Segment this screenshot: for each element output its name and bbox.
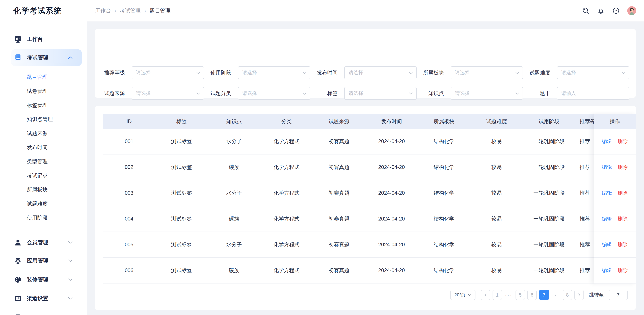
filter-select-r1-3[interactable]: 请选择	[344, 66, 416, 79]
app-root: 化学考试系统 工作台 › 考试管理 › 题目管理	[0, 0, 644, 315]
sidebar: 工作台 考试管理	[0, 21, 87, 315]
sidebar-subitem-5[interactable]: 试题来源	[0, 126, 87, 140]
delete-link-row-4[interactable]: 删除	[618, 216, 628, 222]
filter-select-r2-2[interactable]: 请选择	[238, 87, 310, 100]
cell-stage: 一轮巩固阶段	[523, 190, 575, 197]
filter-label: 试题来源	[104, 90, 125, 97]
filter-panel: 推荐等级请选择使用阶段请选择发布时间请选择所属板块请选择试题难度请选择 试题来源…	[95, 29, 636, 98]
action-divider	[615, 139, 615, 144]
filter-select-r1-2[interactable]: 请选择	[238, 66, 310, 79]
page-button-6[interactable]: 6	[527, 290, 537, 300]
sidebar-subitem-6[interactable]: 发布时间	[0, 140, 87, 154]
filter-select-r1-4[interactable]: 请选择	[451, 66, 523, 79]
cell-tag: 测试标签	[155, 164, 208, 171]
cell-difficulty: 较易	[470, 241, 523, 248]
breadcrumb-separator-icon: ›	[144, 8, 146, 13]
filter-select-r1-5[interactable]: 请选择	[557, 66, 629, 79]
filter-select-r2-1[interactable]: 请选择	[132, 87, 204, 100]
cell-source: 初赛真题	[313, 215, 365, 222]
data-table: ID标签知识点分类试题来源发布时间所属板块试题难度试用阶段推荐等级 001测试标…	[103, 114, 636, 284]
sidebar-subitem-3[interactable]: 标签管理	[0, 98, 87, 112]
user-avatar[interactable]	[627, 6, 636, 15]
filter-label: 试题难度	[529, 69, 550, 76]
filter-label: 知识点	[423, 90, 444, 97]
book-icon	[14, 54, 22, 61]
delete-link-row-6[interactable]: 删除	[618, 267, 628, 274]
sidebar-item-order-management[interactable]: 订单管理	[0, 311, 87, 315]
delete-link-row-2[interactable]: 删除	[618, 164, 628, 171]
filter-label: 推荐等级	[104, 69, 125, 76]
edit-link-row-3[interactable]: 编辑	[602, 190, 612, 197]
help-icon[interactable]: ?	[612, 7, 620, 14]
page-button-5[interactable]: 5	[516, 290, 525, 300]
edit-link-row-2[interactable]: 编辑	[602, 164, 612, 171]
sidebar-subitem-2[interactable]: 试卷管理	[0, 84, 87, 98]
placeholder-text: 请选择	[242, 69, 257, 76]
search-icon[interactable]	[582, 7, 590, 14]
next-page-button[interactable]	[574, 290, 584, 300]
page-button-1[interactable]: 1	[492, 290, 502, 300]
cell-category: 化学方程式	[260, 138, 313, 145]
sidebar-subitem-10[interactable]: 试题难度	[0, 197, 87, 211]
jump-to-input[interactable]: 7	[608, 290, 628, 300]
cell-id: 004	[103, 216, 155, 222]
sidebar-item-member-management[interactable]: 会员管理	[0, 236, 87, 249]
pagination-ellipsis: ···	[552, 292, 560, 298]
edit-link-row-4[interactable]: 编辑	[602, 216, 612, 222]
cell-knowledge: 碳族	[208, 267, 260, 274]
column-header-difficulty: 试题难度	[470, 118, 523, 125]
cell-source: 初赛真题	[313, 190, 365, 197]
sidebar-item-decoration-management[interactable]: 装修管理	[0, 273, 87, 286]
placeholder-text: 请选择	[242, 90, 257, 97]
page-buttons: 1···567···8	[481, 290, 584, 300]
chevron-down-icon	[622, 72, 626, 75]
sidebar-subitem-1[interactable]: 题目管理	[0, 70, 87, 84]
pagination-ellipsis: ···	[504, 292, 513, 298]
sidebar-subitem-7[interactable]: 类型管理	[0, 154, 87, 169]
palette-icon	[14, 276, 22, 284]
edit-link-row-6[interactable]: 编辑	[602, 267, 612, 274]
cell-publish: 2024-04-20	[365, 164, 418, 170]
filter-select-r1-1[interactable]: 请选择	[132, 66, 204, 79]
delete-link-row-3[interactable]: 删除	[618, 190, 628, 197]
page-size-value: 20/页	[454, 292, 466, 298]
page-button-8[interactable]: 8	[563, 290, 572, 300]
cell-category: 化学方程式	[260, 267, 313, 274]
previous-page-button[interactable]	[481, 290, 490, 300]
action-cell: 编辑删除	[594, 180, 636, 206]
sidebar-item-exam-management[interactable]: 考试管理	[0, 49, 87, 66]
page-size-select[interactable]: 20/页	[450, 290, 476, 300]
sidebar-item-workbench[interactable]: 工作台	[0, 32, 87, 46]
filter-field: 题干请输入	[529, 87, 629, 100]
chevron-up-icon	[68, 56, 74, 60]
cell-category: 化学方程式	[260, 190, 313, 197]
filter-label: 使用阶段	[210, 69, 231, 76]
delete-link-row-1[interactable]: 删除	[618, 138, 628, 145]
chevron-down-icon	[196, 92, 200, 95]
svg-text:?: ?	[615, 9, 617, 13]
filter-select-r2-3[interactable]: 请选择	[344, 87, 416, 100]
sidebar-subitem-11[interactable]: 使用阶段	[0, 211, 87, 225]
edit-link-row-5[interactable]: 编辑	[602, 241, 612, 248]
bell-icon[interactable]	[597, 7, 605, 14]
page-button-7-active[interactable]: 7	[539, 290, 549, 300]
sidebar-subitem-4[interactable]: 知识点管理	[0, 112, 87, 126]
sidebar-item-label: 考试管理	[27, 54, 48, 61]
table-header-actions: 操作	[594, 114, 636, 129]
filter-select-r2-4[interactable]: 请选择	[451, 87, 523, 100]
sidebar-item-channel-settings[interactable]: 渠道设置	[0, 292, 87, 305]
breadcrumb-exam-management[interactable]: 考试管理	[120, 7, 141, 14]
delete-link-row-5[interactable]: 删除	[618, 241, 628, 248]
sidebar-subitem-8[interactable]: 考试记录	[0, 169, 87, 183]
table-row: 002测试标签碳族化学方程式初赛真题2024-04-20结构化学较易一轮巩固阶段…	[103, 154, 636, 180]
cell-source: 初赛真题	[313, 267, 365, 274]
column-header-stage: 试用阶段	[523, 118, 575, 125]
cell-publish: 2024-04-20	[365, 268, 418, 274]
edit-link-row-1[interactable]: 编辑	[602, 138, 612, 145]
sidebar-subitem-9[interactable]: 所属板块	[0, 183, 87, 197]
cell-id: 005	[103, 242, 155, 248]
breadcrumb-workbench[interactable]: 工作台	[95, 7, 111, 14]
cell-section: 结构化学	[418, 138, 470, 145]
filter-input-r2-5[interactable]: 请输入	[557, 87, 629, 100]
sidebar-item-app-management[interactable]: 应用管理	[0, 254, 87, 268]
